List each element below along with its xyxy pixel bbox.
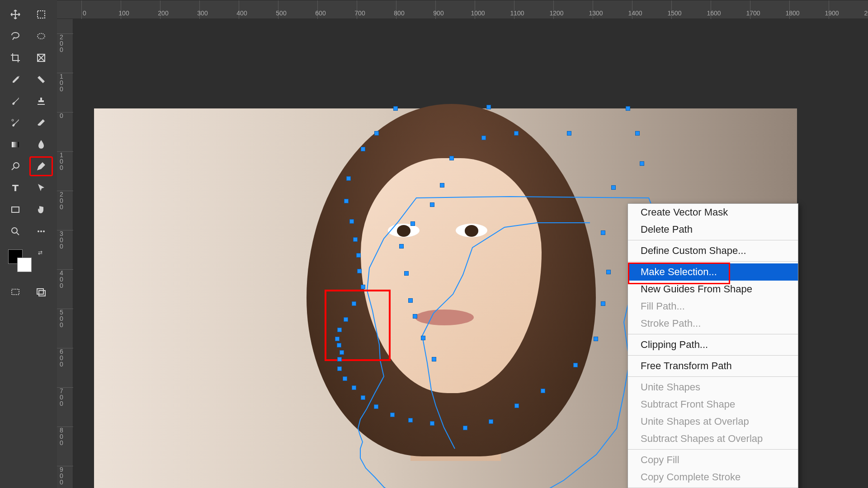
path-anchor[interactable] — [611, 185, 616, 190]
hand-tool[interactable] — [30, 201, 52, 219]
path-anchor[interactable] — [440, 183, 444, 188]
path-anchor[interactable] — [344, 199, 349, 203]
path-anchor[interactable] — [361, 147, 365, 151]
menu-item-new-guides-from-shape[interactable]: New Guides From Shape — [628, 281, 798, 298]
menu-item-define-custom-shape[interactable]: Define Custom Shape... — [628, 242, 798, 259]
zoom-tool[interactable] — [5, 222, 26, 240]
path-anchor[interactable] — [481, 136, 486, 140]
path-anchor[interactable] — [594, 337, 598, 341]
move-tool[interactable] — [5, 5, 26, 23]
path-anchor[interactable] — [404, 271, 409, 276]
path-anchor[interactable] — [421, 336, 425, 340]
stamp-tool[interactable] — [30, 92, 52, 110]
history-brush-tool[interactable] — [5, 114, 26, 132]
path-anchor[interactable] — [541, 389, 545, 393]
path-anchor[interactable] — [390, 413, 395, 417]
path-anchor[interactable] — [601, 230, 605, 235]
frame-tool[interactable] — [30, 49, 52, 67]
path-anchor[interactable] — [514, 404, 519, 408]
path-anchor[interactable] — [337, 328, 342, 332]
ruler-h-label: 400 — [233, 9, 251, 17]
screenmode-tool[interactable] — [30, 283, 52, 301]
path-anchor[interactable] — [346, 176, 351, 181]
path-anchor[interactable] — [335, 337, 340, 341]
path-anchor[interactable] — [343, 376, 347, 381]
path-anchor[interactable] — [337, 366, 342, 371]
path-anchor[interactable] — [601, 301, 605, 306]
ruler-horizontal: 0100200300400500600700800900100011001200… — [57, 0, 868, 19]
menu-separator — [628, 376, 798, 377]
ruler-h-label: 500 — [272, 9, 290, 17]
svg-rect-11 — [12, 289, 19, 295]
marquee-tool[interactable] — [30, 5, 52, 23]
type-tool[interactable] — [5, 179, 26, 197]
path-anchor[interactable] — [340, 350, 344, 355]
blur-tool[interactable] — [30, 136, 52, 154]
path-anchor[interactable] — [374, 131, 379, 136]
rectangle-tool[interactable] — [5, 201, 26, 219]
healing-tool[interactable] — [30, 70, 52, 89]
menu-item-free-transform-path[interactable]: Free Transform Path — [628, 357, 798, 375]
menu-item-subtract-front-shape: Subtract Front Shape — [628, 396, 798, 413]
path-anchor[interactable] — [573, 363, 578, 367]
ruler-h-label: 300 — [193, 9, 212, 17]
wand-tool[interactable] — [30, 27, 52, 45]
path-anchor[interactable] — [486, 105, 491, 109]
path-anchor[interactable] — [357, 269, 362, 273]
path-anchor[interactable] — [408, 418, 413, 422]
path-anchor[interactable] — [399, 244, 404, 249]
path-anchor[interactable] — [361, 285, 365, 289]
path-anchor[interactable] — [337, 357, 342, 361]
menu-item-create-vector-mask[interactable]: Create Vector Mask — [628, 204, 798, 221]
ruler-h-label: 1700 — [744, 9, 762, 17]
svg-point-10 — [43, 230, 45, 232]
path-anchor[interactable] — [626, 106, 630, 111]
path-anchor[interactable] — [410, 221, 415, 226]
path-anchor[interactable] — [344, 317, 348, 322]
brush-tool[interactable] — [5, 92, 26, 110]
path-anchor[interactable] — [640, 161, 644, 166]
eyedropper-tool[interactable] — [5, 70, 26, 89]
path-anchor[interactable] — [374, 404, 378, 409]
path-anchor[interactable] — [352, 301, 356, 306]
pen-tool[interactable] — [30, 157, 52, 175]
menu-item-delete-path[interactable]: Delete Path — [628, 221, 798, 238]
path-selection-tool[interactable] — [30, 179, 52, 197]
path-anchor[interactable] — [430, 421, 434, 426]
eraser-tool[interactable] — [30, 114, 52, 132]
path-anchor[interactable] — [514, 131, 519, 136]
path-anchor[interactable] — [356, 253, 361, 258]
path-anchor[interactable] — [361, 395, 365, 400]
path-anchor[interactable] — [430, 202, 434, 207]
dodge-tool[interactable] — [5, 157, 26, 175]
menu-item-clipping-path[interactable]: Clipping Path... — [628, 336, 798, 353]
path-anchor[interactable] — [349, 219, 354, 224]
path-anchor[interactable] — [567, 131, 571, 136]
ruler-v-label: 600 — [60, 348, 63, 367]
ruler-v-label: 0 — [60, 113, 63, 119]
path-anchor[interactable] — [449, 156, 454, 160]
path-anchor[interactable] — [635, 131, 640, 136]
ruler-h-label: 1000 — [469, 9, 487, 17]
background-color[interactable] — [17, 258, 32, 272]
ruler-vertical: 20010001002003004005006007008009001000 — [57, 19, 73, 488]
path-anchor[interactable] — [337, 343, 341, 347]
menu-item-make-selection[interactable]: Make Selection... — [628, 263, 798, 281]
path-anchor[interactable] — [413, 314, 417, 319]
path-anchor[interactable] — [352, 385, 356, 390]
swap-colors-icon[interactable]: ⇄ — [38, 249, 42, 256]
lasso-tool[interactable] — [5, 27, 26, 45]
path-anchor[interactable] — [408, 298, 413, 303]
path-anchor[interactable] — [606, 270, 611, 274]
path-anchor[interactable] — [432, 357, 436, 361]
more-tool[interactable] — [30, 222, 52, 240]
path-anchor[interactable] — [489, 419, 493, 424]
path-anchor[interactable] — [353, 237, 358, 242]
path-anchor[interactable] — [393, 106, 398, 111]
quickmask-tool[interactable] — [5, 283, 26, 301]
crop-tool[interactable] — [5, 49, 26, 67]
gradient-tool[interactable] — [5, 136, 26, 154]
path-anchor[interactable] — [463, 426, 467, 430]
ruler-h-label: 1800 — [783, 9, 802, 17]
toolbar: ⇄ — [0, 0, 57, 488]
